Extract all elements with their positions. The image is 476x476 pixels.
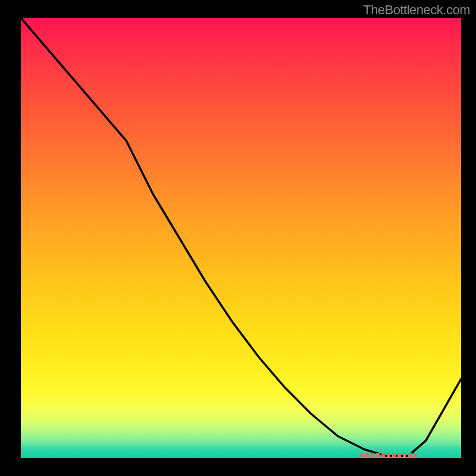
chart-container: TheBottleneck.com <box>0 0 476 476</box>
watermark-text: TheBottleneck.com <box>363 2 470 18</box>
data-line <box>21 18 461 458</box>
plot-area <box>21 18 461 458</box>
valley-marker <box>360 453 417 457</box>
